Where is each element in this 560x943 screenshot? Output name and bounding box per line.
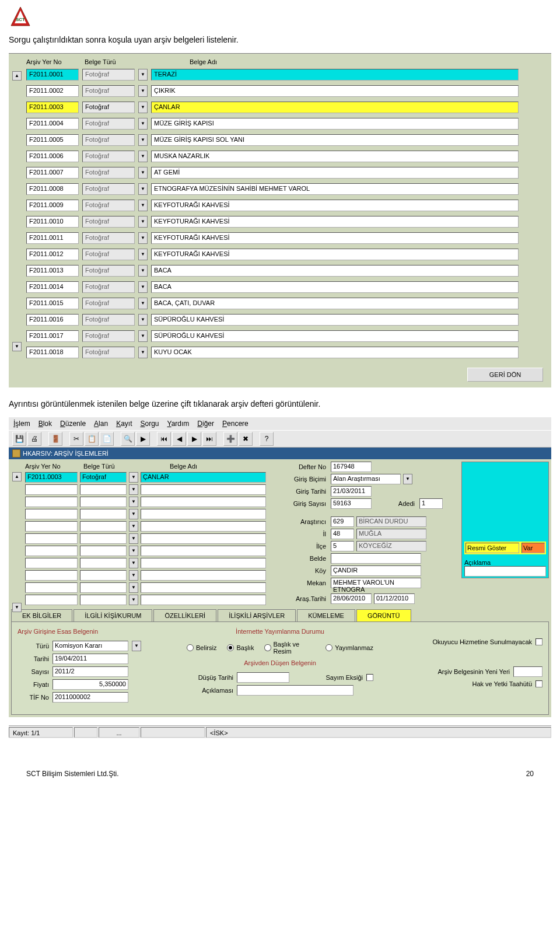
hak-checkbox[interactable] [536, 680, 542, 687]
cell-dropdown[interactable]: ▼ [138, 183, 148, 195]
list-row[interactable]: F2011.0015Fotoğraf▼BACA, ÇATI, DUVAR [26, 298, 549, 309]
leftgrid-yerno[interactable] [25, 595, 78, 605]
list-row[interactable]: F2011.0011Fotoğraf▼KEYFOTURAĞI KAHVESİ [26, 232, 549, 244]
scroll-down-button[interactable]: ▼ [12, 342, 22, 351]
tb-first-icon[interactable]: ⏮ [157, 432, 171, 446]
cell-yerno[interactable]: F2011.0014 [26, 281, 79, 293]
cell-dropdown[interactable]: ▼ [138, 249, 148, 260]
tb-paste-icon[interactable]: 📄 [100, 432, 114, 446]
cell-adi[interactable]: BACA [151, 281, 519, 293]
leftgrid-row[interactable]: ▼ [25, 582, 279, 593]
cell-adi[interactable]: KEYFOTURAĞI KAHVESİ [151, 232, 519, 244]
leftgrid-tur[interactable] [80, 546, 127, 556]
sayisi-field[interactable]: 2011/2 [52, 666, 128, 677]
list-row[interactable]: F2011.0018Fotoğraf▼KUYU OCAK [26, 347, 549, 358]
arastirici-no-field[interactable]: 629 [331, 516, 354, 527]
cell-yerno[interactable]: F2011.0010 [26, 216, 79, 228]
cell-dropdown[interactable]: ▼ [138, 102, 148, 113]
leftgrid-tur[interactable] [80, 582, 127, 593]
leftgrid-tur[interactable] [80, 521, 127, 532]
tb-insert-icon[interactable]: ➕ [223, 432, 237, 446]
cell-adi[interactable]: MÜZE GİRİŞ KAPISI [151, 118, 519, 130]
cell-tur[interactable]: Fotoğraf [82, 69, 135, 81]
belde-field[interactable] [331, 553, 421, 564]
leftgrid-dd[interactable]: ▼ [129, 509, 138, 519]
leftgrid-row[interactable]: F2011.0003 Fotoğraf ▼ ÇANLAR [25, 472, 279, 483]
cell-tur[interactable]: Fotoğraf [82, 330, 135, 342]
cell-tur[interactable]: Fotoğraf [82, 249, 135, 260]
cell-yerno[interactable]: F2011.0018 [26, 347, 79, 358]
cell-yerno[interactable]: F2011.0013 [26, 265, 79, 277]
leftgrid-tur[interactable] [80, 595, 127, 605]
leftgrid-adi[interactable] [141, 509, 266, 519]
cell-yerno[interactable]: F2011.0009 [26, 200, 79, 211]
koy-field[interactable]: ÇANDIR [331, 565, 421, 576]
leftgrid-dd[interactable]: ▼ [129, 570, 138, 581]
show-image-button[interactable]: Resmi Göster [466, 543, 519, 553]
tb-exit-icon[interactable]: 🚪 [48, 432, 62, 446]
list-row[interactable]: F2011.0012Fotoğraf▼KEYFOTURAĞI KAHVESİ [26, 249, 549, 260]
leftgrid-yerno[interactable] [25, 582, 78, 593]
leftgrid-adi[interactable] [141, 558, 266, 568]
cell-dropdown[interactable]: ▼ [138, 314, 148, 326]
cell-adi[interactable]: BACA, ÇATI, DUVAR [151, 298, 519, 309]
leftgrid-yerno[interactable]: F2011.0003 [25, 472, 78, 483]
leftgrid-dd[interactable]: ▼ [129, 484, 138, 495]
cell-yerno[interactable]: F2011.0005 [26, 134, 79, 146]
cell-adi[interactable]: MÜZE GİRİŞ KAPISI SOL YANI [151, 134, 519, 146]
cell-dropdown[interactable]: ▼ [138, 265, 148, 277]
il-no-field[interactable]: 48 [331, 529, 354, 539]
tb-next-icon[interactable]: ▶ [187, 432, 201, 446]
cell-yerno[interactable]: F2011.0004 [26, 118, 79, 130]
menu-item[interactable]: Kayıt [116, 420, 132, 428]
leftgrid-yerno[interactable] [25, 533, 78, 544]
leftgrid-dd[interactable]: ▼ [129, 595, 138, 605]
cell-tur[interactable]: Fotoğraf [82, 102, 135, 113]
radio-yayimlanmaz[interactable]: Yayımlanmaz [326, 644, 373, 651]
cell-yerno[interactable]: F2011.0006 [26, 151, 79, 162]
cell-dropdown[interactable]: ▼ [138, 200, 148, 211]
leftgrid-yerno[interactable] [25, 521, 78, 532]
tb-query-icon[interactable]: 🔍 [121, 432, 135, 446]
turu-dropdown[interactable]: ▼ [132, 641, 141, 651]
leftgrid-yerno[interactable] [25, 546, 78, 556]
menu-item[interactable]: Diğer [197, 420, 214, 428]
radio-baslik-resim[interactable]: Başlık ve Resim [264, 641, 315, 655]
tab[interactable]: KÜMELEME [297, 609, 355, 621]
cell-dropdown[interactable]: ▼ [138, 232, 148, 244]
leftgrid-dd[interactable]: ▼ [129, 582, 138, 593]
fiyati-field[interactable]: 5,350000 [52, 679, 128, 690]
menu-item[interactable]: Blok [38, 420, 52, 428]
girisbicimi-dropdown[interactable]: ▼ [403, 474, 412, 484]
leftgrid-adi[interactable] [141, 533, 266, 544]
tb-help-icon[interactable]: ? [260, 432, 274, 446]
list-row[interactable]: F2011.0008Fotoğraf▼ETNOGRAFYA MÜZESİNİN … [26, 183, 549, 195]
girisbicimi-field[interactable]: Alan Araştırması [331, 474, 401, 484]
leftgrid-tur[interactable] [80, 533, 127, 544]
cell-dropdown[interactable]: ▼ [138, 216, 148, 228]
leftgrid-row[interactable]: ▼ [25, 521, 279, 532]
list-row[interactable]: F2011.0017Fotoğraf▼SÜPÜROĞLU KAHVESİ [26, 330, 549, 342]
leftgrid-row[interactable]: ▼ [25, 546, 279, 556]
leftgrid-tur[interactable]: Fotoğraf [80, 472, 127, 483]
list-row[interactable]: F2011.0003Fotoğraf▼ÇANLAR [26, 102, 549, 113]
leftgrid-dd[interactable]: ▼ [129, 546, 138, 556]
cell-yerno[interactable]: F2011.0008 [26, 183, 79, 195]
cell-yerno[interactable]: F2011.0007 [26, 167, 79, 179]
cell-dropdown[interactable]: ▼ [138, 167, 148, 179]
tb-print-icon[interactable]: 🖨 [27, 432, 41, 446]
leftgrid-tur[interactable] [80, 558, 127, 568]
tab[interactable]: GÖRÜNTÜ [356, 609, 411, 621]
leftgrid-yerno[interactable] [25, 558, 78, 568]
list-row[interactable]: F2011.0002Fotoğraf▼ÇIKRIK [26, 85, 549, 97]
cell-tur[interactable]: Fotoğraf [82, 314, 135, 326]
tab[interactable]: İLGİLİ KİŞİ/KURUM [74, 609, 152, 621]
cell-adi[interactable]: KEYFOTURAĞI KAHVESİ [151, 200, 519, 211]
cell-yerno[interactable]: F2011.0016 [26, 314, 79, 326]
giristarihi-field[interactable]: 21/03/2011 [331, 486, 372, 497]
cell-dropdown[interactable]: ▼ [138, 330, 148, 342]
cell-adi[interactable]: TERAZİ [151, 69, 519, 81]
tb-last-icon[interactable]: ⏭ [202, 432, 216, 446]
radio-baslik[interactable]: Başlık [227, 644, 254, 651]
cell-adi[interactable]: ETNOGRAFYA MÜZESİNİN SAHİBİ MEHMET VAROL [151, 183, 519, 195]
